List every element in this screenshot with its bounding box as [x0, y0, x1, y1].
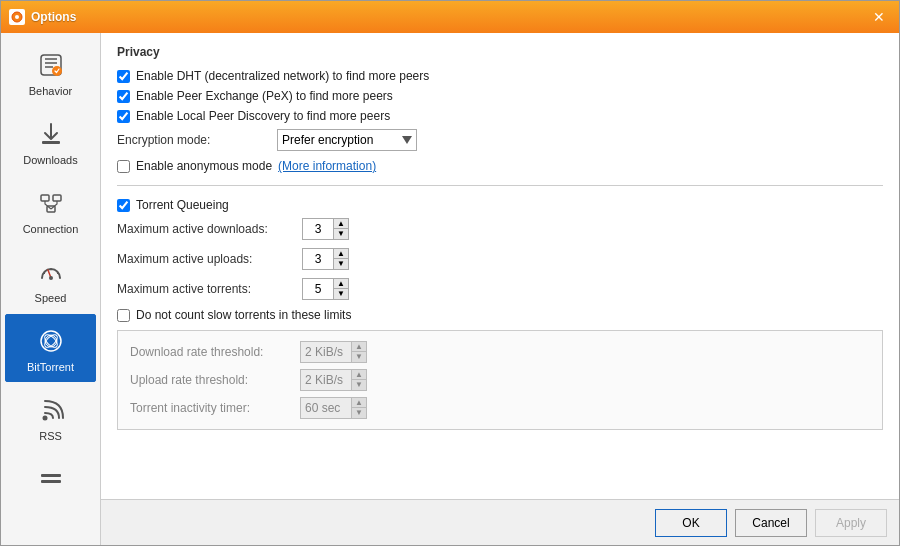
- max-uploads-input[interactable]: 3: [303, 249, 333, 269]
- max-torrents-spinner-buttons: ▲ ▼: [333, 279, 348, 299]
- content-area: Behavior Downloads: [1, 33, 899, 545]
- download-rate-row: Download rate threshold: 2 KiB/s ▲ ▼: [130, 341, 870, 363]
- sidebar-label-connection: Connection: [23, 223, 79, 235]
- main-panel: Privacy Enable DHT (decentralized networ…: [101, 33, 899, 545]
- svg-rect-14: [41, 480, 61, 483]
- max-uploads-up[interactable]: ▲: [334, 249, 348, 259]
- lpd-row: Enable Local Peer Discovery to find more…: [117, 109, 883, 123]
- anon-checkbox[interactable]: [117, 160, 130, 173]
- max-uploads-spinner-buttons: ▲ ▼: [333, 249, 348, 269]
- max-torrents-down[interactable]: ▼: [334, 289, 348, 299]
- anon-label: Enable anonymous mode: [136, 159, 272, 173]
- inactivity-spinner: 60 sec ▲ ▼: [300, 397, 367, 419]
- anon-more-link[interactable]: (More information): [278, 159, 376, 173]
- footer: OK Cancel Apply: [101, 499, 899, 545]
- upload-rate-input[interactable]: 2 KiB/s: [301, 370, 351, 390]
- download-rate-input[interactable]: 2 KiB/s: [301, 342, 351, 362]
- max-downloads-row: Maximum active downloads: 3 ▲ ▼: [117, 218, 883, 240]
- pex-label: Enable Peer Exchange (PeX) to find more …: [136, 89, 393, 103]
- svg-point-9: [41, 331, 61, 351]
- titlebar: Options ✕: [1, 1, 899, 33]
- download-rate-label: Download rate threshold:: [130, 345, 300, 359]
- apply-button[interactable]: Apply: [815, 509, 887, 537]
- pex-row: Enable Peer Exchange (PeX) to find more …: [117, 89, 883, 103]
- max-uploads-row: Maximum active uploads: 3 ▲ ▼: [117, 248, 883, 270]
- inactivity-input[interactable]: 60 sec: [301, 398, 351, 418]
- lpd-label: Enable Local Peer Discovery to find more…: [136, 109, 390, 123]
- upload-rate-down[interactable]: ▼: [352, 380, 366, 390]
- sidebar: Behavior Downloads: [1, 33, 101, 545]
- upload-rate-row: Upload rate threshold: 2 KiB/s ▲ ▼: [130, 369, 870, 391]
- svg-rect-5: [41, 195, 49, 201]
- download-rate-up[interactable]: ▲: [352, 342, 366, 352]
- queueing-label: Torrent Queueing: [136, 198, 229, 212]
- max-downloads-spinner-buttons: ▲ ▼: [333, 219, 348, 239]
- sidebar-item-bittorrent[interactable]: BitTorrent: [5, 314, 96, 382]
- inactivity-spinner-buttons: ▲ ▼: [351, 398, 366, 418]
- slow-torrents-subsection: Download rate threshold: 2 KiB/s ▲ ▼ Upl…: [117, 330, 883, 430]
- upload-rate-up[interactable]: ▲: [352, 370, 366, 380]
- max-torrents-input[interactable]: 5: [303, 279, 333, 299]
- lpd-checkbox[interactable]: [117, 110, 130, 123]
- dht-checkbox[interactable]: [117, 70, 130, 83]
- max-downloads-input[interactable]: 3: [303, 219, 333, 239]
- ok-button[interactable]: OK: [655, 509, 727, 537]
- svg-rect-4: [42, 141, 60, 144]
- close-button[interactable]: ✕: [867, 7, 891, 27]
- sidebar-item-rss[interactable]: RSS: [5, 383, 96, 451]
- svg-rect-6: [53, 195, 61, 201]
- sidebar-label-speed: Speed: [35, 292, 67, 304]
- inactivity-row: Torrent inactivity timer: 60 sec ▲ ▼: [130, 397, 870, 419]
- dht-label: Enable DHT (decentralized network) to fi…: [136, 69, 429, 83]
- sidebar-item-connection[interactable]: Connection: [5, 176, 96, 244]
- sidebar-item-more[interactable]: [5, 452, 96, 508]
- bittorrent-icon: [35, 325, 67, 357]
- max-downloads-down[interactable]: ▼: [334, 229, 348, 239]
- download-rate-spinner-buttons: ▲ ▼: [351, 342, 366, 362]
- max-uploads-spinner: 3 ▲ ▼: [302, 248, 349, 270]
- slow-torrents-label: Do not count slow torrents in these limi…: [136, 308, 351, 322]
- sidebar-item-speed[interactable]: Speed: [5, 245, 96, 313]
- window-title: Options: [31, 10, 867, 24]
- max-torrents-label: Maximum active torrents:: [117, 282, 302, 296]
- inactivity-down[interactable]: ▼: [352, 408, 366, 418]
- connection-icon: [35, 187, 67, 219]
- pex-checkbox[interactable]: [117, 90, 130, 103]
- rss-icon: [35, 394, 67, 426]
- svg-rect-13: [41, 474, 61, 477]
- encryption-label: Encryption mode:: [117, 133, 277, 147]
- slow-torrents-checkbox[interactable]: [117, 309, 130, 322]
- download-rate-down[interactable]: ▼: [352, 352, 366, 362]
- section-divider-1: [117, 185, 883, 186]
- upload-rate-label: Upload rate threshold:: [130, 373, 300, 387]
- queueing-checkbox[interactable]: [117, 199, 130, 212]
- encryption-row: Encryption mode: Prefer encryption Force…: [117, 129, 883, 151]
- options-window: Options ✕ Behavior: [0, 0, 900, 546]
- svg-point-1: [15, 15, 19, 19]
- upload-rate-spinner: 2 KiB/s ▲ ▼: [300, 369, 367, 391]
- sidebar-item-downloads[interactable]: Downloads: [5, 107, 96, 175]
- max-uploads-down[interactable]: ▼: [334, 259, 348, 269]
- inactivity-label: Torrent inactivity timer:: [130, 401, 300, 415]
- max-downloads-spinner: 3 ▲ ▼: [302, 218, 349, 240]
- sidebar-label-bittorrent: BitTorrent: [27, 361, 74, 373]
- inactivity-up[interactable]: ▲: [352, 398, 366, 408]
- max-torrents-up[interactable]: ▲: [334, 279, 348, 289]
- max-torrents-row: Maximum active torrents: 5 ▲ ▼: [117, 278, 883, 300]
- more-icon: [35, 463, 67, 495]
- sidebar-label-behavior: Behavior: [29, 85, 72, 97]
- downloads-icon: [35, 118, 67, 150]
- sidebar-item-behavior[interactable]: Behavior: [5, 38, 96, 106]
- max-torrents-spinner: 5 ▲ ▼: [302, 278, 349, 300]
- max-downloads-label: Maximum active downloads:: [117, 222, 302, 236]
- sidebar-label-downloads: Downloads: [23, 154, 77, 166]
- anon-row: Enable anonymous mode (More information): [117, 159, 883, 173]
- dht-row: Enable DHT (decentralized network) to fi…: [117, 69, 883, 83]
- window-icon: [9, 9, 25, 25]
- cancel-button[interactable]: Cancel: [735, 509, 807, 537]
- sidebar-label-rss: RSS: [39, 430, 62, 442]
- max-downloads-up[interactable]: ▲: [334, 219, 348, 229]
- svg-point-8: [49, 276, 53, 280]
- encryption-select[interactable]: Prefer encryption Force encryption Allow…: [277, 129, 417, 151]
- svg-point-12: [42, 416, 47, 421]
